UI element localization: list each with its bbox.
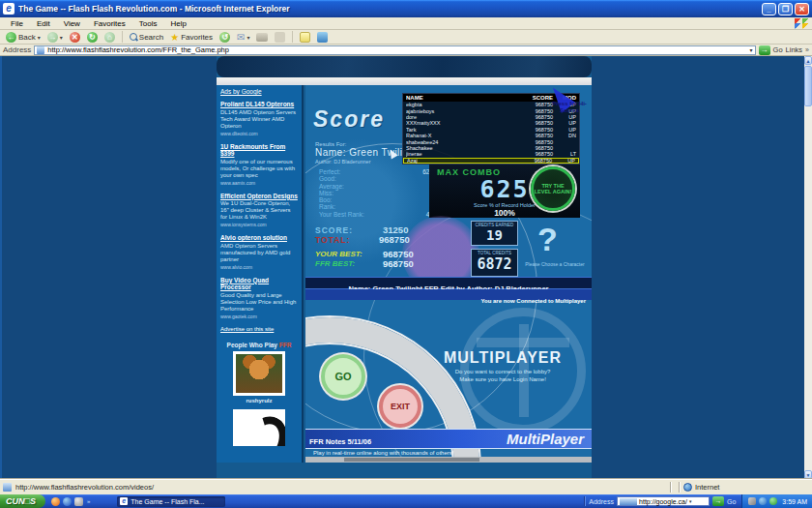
mail-dropdown-icon[interactable]: ▾ [246,34,249,41]
page-column: Ads by Google Proliant DL145 Opterons DL… [217,56,592,479]
player-score: 968750 [518,151,553,157]
vertical-scrollbar[interactable]: ▲ ▼ [804,56,812,479]
ad-title-link[interactable]: Alvio opteron solution [220,234,298,242]
print-icon [256,33,268,42]
home-button[interactable]: ⌂ [102,31,117,44]
player-mod: UP [553,114,576,120]
total-value: 968750 [379,234,410,245]
menu-view[interactable]: View [57,19,87,28]
player-name: dore [406,114,518,120]
menu-help[interactable]: Help [163,19,192,28]
maximize-button[interactable]: ❐ [778,3,793,15]
favorites-button[interactable]: ★ Favorites [168,31,215,44]
ads-by-google-link[interactable]: Ads by Google [220,88,298,95]
menu-favorites[interactable]: Favorites [87,19,132,28]
ad-url-link[interactable]: www.alvio.com [220,264,298,270]
edit-button[interactable] [273,31,287,44]
scroll-down-arrow[interactable]: ▼ [804,470,812,479]
taskbar-go-button[interactable]: → [712,496,724,506]
ad-url-link[interactable]: www.gaotek.com [220,314,298,319]
page-icon [620,498,637,505]
tray-icon-2[interactable] [759,497,767,505]
tray-icon-3[interactable] [769,497,777,505]
messenger-button[interactable] [315,31,330,44]
taskbar-address-input[interactable]: http://google.ca/ ▾ [617,496,710,506]
ad-body: Good Quality and Large Selection Low Pri… [220,292,298,313]
ad-url-link[interactable]: www.dlteoist.com [220,131,298,136]
discuss-button[interactable] [298,31,312,44]
address-label: Address [3,45,31,54]
go-label[interactable]: Go [773,45,783,54]
links-chevron-icon[interactable]: » [805,46,809,53]
address-input[interactable]: http://www.flashflashrevolution.com/FFR_… [34,45,755,55]
multiplayer-exit-button[interactable]: EXIT [379,385,421,428]
taskbar-go-label[interactable]: Go [727,498,736,505]
flash-game-area: Score Results For: Name: Green Twilig Au… [305,85,592,463]
menu-edit[interactable]: Edit [30,19,57,28]
quick-launch-chevron-icon[interactable]: » [87,498,90,504]
google-ads-sidebar: Ads by Google Proliant DL145 Opterons DL… [217,85,304,463]
mail-button[interactable]: ✉ ▾ [235,31,251,44]
windows-logo-icon [795,18,810,29]
search-icon [130,33,137,41]
menu-tools[interactable]: Tools [132,19,164,28]
history-button[interactable]: ↺ [218,31,232,44]
taskbar-address-dropdown-icon[interactable]: ▾ [689,498,707,504]
taskbar-address-label: Address [589,498,614,505]
minimize-button[interactable]: _ [762,3,776,15]
print-button[interactable] [254,31,270,44]
task-button[interactable]: e The Game -- Flash Fla... [117,496,225,507]
address-dropdown-icon[interactable]: ▾ [750,46,753,53]
quick-launch-icon-1[interactable] [51,497,60,506]
scrollbar-thumb[interactable] [804,66,812,106]
total-credits-value: 6872 [472,255,517,273]
horizontal-scrollbar[interactable] [305,457,592,463]
scroll-up-arrow[interactable]: ▲ [804,56,812,65]
choose-character-button[interactable]: ? [537,221,558,258]
player-score: 968750 [517,158,552,164]
ad-url-link[interactable]: www.aamix.com [220,180,298,186]
boo-label: Boo: [319,196,332,203]
menu-file[interactable]: File [4,19,30,28]
song-banner: Name: Green Twilight FFR Edit by Author:… [305,277,592,289]
taskbar-address-url[interactable]: http://google.ca/ [639,498,687,505]
browser-viewport: Ads by Google Proliant DL145 Opterons DL… [0,56,812,479]
edit-icon [275,32,285,43]
ad-body: We 1U Dual-Core Opteron, 16" deep Cluste… [220,200,298,221]
ad-title-link[interactable]: Efficient Opteron Designs [220,193,298,200]
leaderboard-row: dore968750UP [403,114,579,120]
forward-dropdown-icon[interactable]: ▾ [60,34,63,41]
horizontal-scrollbar-thumb[interactable] [344,458,479,462]
start-button[interactable]: CUN□S [0,494,45,508]
stop-button[interactable]: ✕ [68,31,82,44]
go-button[interactable]: → [759,45,770,55]
leaderboard-row: jinerae968750LT [403,151,579,157]
mail-icon: ✉ [237,32,245,43]
quick-launch-icon-2[interactable] [63,497,72,506]
forward-button[interactable]: → ▾ [45,31,65,44]
player-avatar[interactable] [233,351,285,396]
tray-icon-1[interactable] [748,497,756,505]
page-icon [37,46,44,54]
back-button[interactable]: ← Back ▾ [4,31,43,44]
try-level-again-button[interactable]: TRY THE LEVEL AGAIN! [531,166,575,211]
links-label[interactable]: Links [786,45,803,54]
search-button[interactable]: Search [128,31,165,44]
ad-title-link[interactable]: Buy Video Quad Processor [220,277,298,291]
address-url[interactable]: http://www.flashflashrevolution.com/FFR_… [47,45,746,54]
back-dropdown-icon[interactable]: ▾ [38,34,41,41]
ad-url-link[interactable]: www.ionsystems.com [220,222,298,227]
press-hiscores-button[interactable]: Press for Hi-Scores [549,101,590,114]
stop-icon: ✕ [70,32,80,43]
refresh-button[interactable]: ↻ [85,31,100,44]
quick-launch-icon-3[interactable] [74,497,83,506]
ad-title-link[interactable]: Proliant DL145 Opterons [220,101,298,108]
cat-photo [236,354,282,393]
forward-icon: → [47,32,58,43]
credits-earned-value: 19 [472,227,517,243]
multiplayer-line1: Do you want to connect to the lobby? [420,369,586,374]
advertise-link[interactable]: Advertise on this site [220,326,298,332]
close-button[interactable]: ✕ [795,3,809,15]
multiplayer-go-button[interactable]: GO [321,354,365,399]
ad-title-link[interactable]: 1U Rackmounts From $399 [220,143,298,158]
